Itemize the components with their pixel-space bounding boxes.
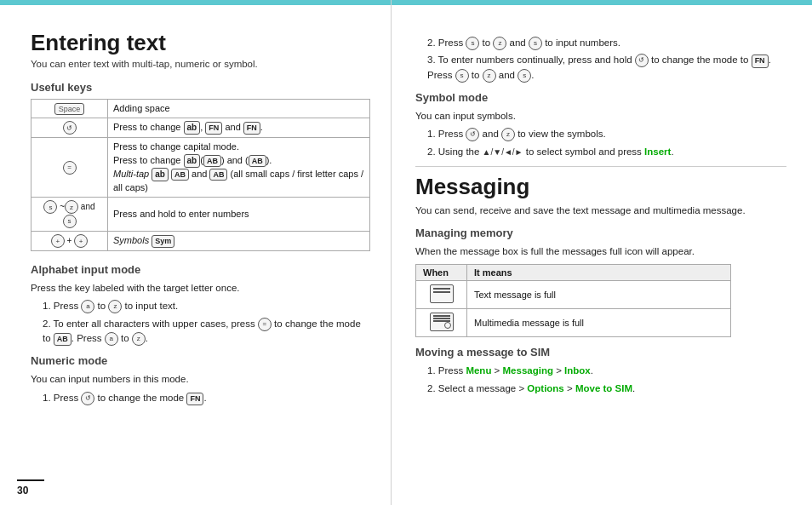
sym-z-btn: z	[501, 128, 515, 141]
ab-multi-badge: ab	[152, 168, 169, 181]
range-key-icon: s ~z and s	[43, 202, 94, 225]
memory-table: When It means Text message is full	[415, 264, 731, 337]
key-space-cell: Space	[31, 99, 108, 118]
mms-icon-cell	[416, 309, 467, 337]
hold-btn: ↺	[635, 54, 649, 67]
key-circle-desc: Press to change ab, FN and FN.	[108, 118, 370, 138]
z-btn2: z	[132, 332, 146, 346]
z-btn: z	[108, 300, 122, 313]
useful-keys-table: Space Adding space ↺ Press to change ab,…	[31, 99, 370, 252]
key-range-desc: Press and hold to enter numbers	[108, 198, 370, 232]
moving-steps-list: Press Menu > Messaging > Inbox. Select a…	[415, 364, 786, 396]
AB-badge: AB	[203, 155, 221, 168]
z-btn4: z	[483, 69, 496, 83]
key-caps-desc: Press to change capital mode. Press to c…	[108, 138, 370, 198]
sym-circle-btn: ↺	[466, 128, 479, 141]
useful-keys-heading: Useful keys	[31, 81, 370, 94]
moving-heading: Moving a message to SIM	[415, 346, 786, 359]
plus-right-icon: +	[74, 234, 88, 248]
alphabet-steps-list: Press a to z to input text. To enter all…	[31, 299, 370, 346]
s-btn3: s	[455, 69, 469, 83]
range-end-icon: z	[65, 200, 78, 214]
fn-badge-r: FN	[752, 55, 769, 68]
ab-small-badge: ab	[184, 154, 201, 168]
when-header: When	[416, 265, 467, 281]
fn-mode-badge: FN	[186, 393, 203, 406]
table-row: s ~z and s Press and hold to enter numbe…	[31, 198, 370, 232]
table-row: = Press to change capital mode. Press to…	[31, 138, 370, 198]
a-btn2: a	[105, 332, 118, 346]
key-caps-cell: =	[31, 138, 108, 198]
move-to-sim-link[interactable]: Move to SIM	[575, 383, 632, 393]
menu-link[interactable]: Menu	[466, 365, 491, 376]
managing-heading: Managing memory	[415, 227, 786, 239]
list-item: Press s to z and s to input numbers.	[424, 36, 786, 50]
entering-text-title: Entering text	[31, 31, 370, 55]
managing-body: When the message box is full the message…	[415, 244, 786, 259]
list-item: Select a message > Options > Move to SIM…	[424, 382, 786, 396]
key-plus-cell: + + +	[31, 231, 108, 250]
numeric-body: You can input numbers in this mode.	[31, 372, 370, 387]
inbox-link[interactable]: Inbox	[564, 365, 591, 376]
AB-multi2: AB	[209, 169, 227, 181]
list-item: To enter numbers continually, press and …	[424, 53, 786, 83]
eq-btn: =	[258, 318, 272, 331]
page-container: Entering text You can enter text with mu…	[0, 0, 812, 505]
entering-text-subtitle: You can enter text with multi-tap, numer…	[31, 59, 370, 69]
ab-badge: ab	[184, 121, 201, 135]
a-btn: a	[81, 300, 94, 313]
caps-key-icon: =	[63, 161, 77, 175]
key-circle-cell: ↺	[31, 118, 108, 138]
sym-badge: Sym	[152, 235, 174, 248]
numeric-continued-list: Press s to z and s to input numbers. To …	[415, 36, 786, 83]
range-start-icon: s	[43, 200, 57, 214]
insert-link[interactable]: Insert	[644, 146, 671, 157]
key-range-cell: s ~z and s	[31, 198, 108, 232]
circle-key-icon: ↺	[63, 121, 77, 135]
fn-badge: FN	[205, 122, 222, 135]
list-item: Using the ▲/▼/◄/► to select symbol and p…	[424, 145, 786, 159]
AB-multi: AB	[171, 169, 189, 181]
alphabet-heading: Alphabet input mode	[31, 263, 370, 276]
numeric-steps-list: Press ↺ to change the mode FN.	[31, 391, 370, 406]
s-btn4: s	[518, 69, 531, 83]
AB-mode-badge: AB	[54, 333, 71, 347]
table-row: Space Adding space	[31, 99, 370, 118]
sms-icon-cell	[416, 281, 467, 309]
messaging-link[interactable]: Messaging	[503, 365, 553, 376]
space-key-badge: Space	[54, 103, 85, 116]
s-btn2: s	[529, 37, 542, 50]
symbol-heading: Symbol mode	[415, 91, 786, 104]
table-header-row: When It means	[416, 265, 731, 281]
numeric-heading: Numeric mode	[31, 354, 370, 367]
list-item: Press Menu > Messaging > Inbox.	[424, 364, 786, 378]
table-row: + + + Symbols Sym	[31, 231, 370, 250]
plus-left-icon: +	[51, 234, 65, 248]
z-btn3: z	[493, 37, 506, 50]
left-column: Entering text You can enter text with mu…	[0, 0, 392, 505]
list-item: To enter all characters with upper cases…	[39, 317, 370, 347]
alphabet-body: Press the key labeled with the target le…	[31, 281, 370, 296]
table-row: Multimedia message is full	[416, 309, 731, 337]
symbol-body: You can input symbols.	[415, 109, 786, 123]
messaging-title: Messaging	[415, 174, 786, 200]
right-accent-bar	[392, 0, 812, 5]
table-row: ↺ Press to change ab, FN and FN.	[31, 118, 370, 138]
list-item: Press ↺ and z to view the symbols.	[424, 127, 786, 141]
range-num-icon: s	[63, 215, 77, 228]
sms-desc: Text message is full	[467, 281, 731, 309]
section-divider	[415, 166, 786, 167]
options-link[interactable]: Options	[527, 383, 563, 393]
messaging-subtitle: You can send, receive and save the text …	[415, 204, 786, 218]
plus-key-icon: + + +	[51, 236, 88, 245]
s-btn: s	[466, 37, 479, 50]
symbols-italic: Symbols	[113, 235, 149, 245]
left-accent-bar	[0, 0, 391, 5]
it-means-header: It means	[467, 265, 731, 281]
list-item: Press a to z to input text.	[39, 299, 370, 313]
table-row: Text message is full	[416, 281, 731, 309]
dpad-icon: ▲/▼/◄/►	[483, 147, 523, 157]
AB-badge2: AB	[249, 155, 266, 168]
right-column: Press s to z and s to input numbers. To …	[392, 0, 812, 505]
page-number: 30	[17, 479, 44, 496]
